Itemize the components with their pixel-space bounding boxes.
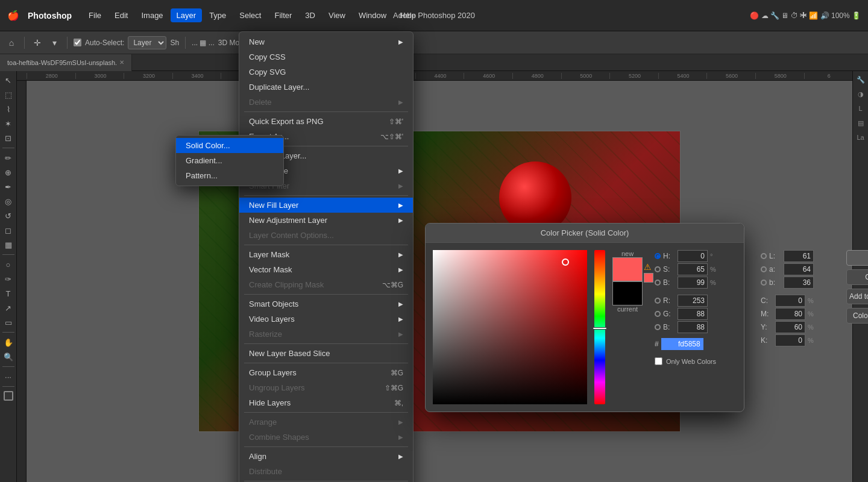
c-input[interactable] bbox=[775, 295, 805, 307]
menu-item-layer-mask[interactable]: Layer Mask ▶ bbox=[239, 247, 413, 262]
hex-field-row: # bbox=[655, 338, 751, 350]
fill-layer-submenu[interactable]: Solid Color... Gradient... Pattern... bbox=[175, 135, 284, 186]
eyedropper-icon[interactable]: ✏ bbox=[2, 151, 15, 164]
magic-wand-icon[interactable]: ✶ bbox=[2, 117, 15, 130]
l-input[interactable] bbox=[784, 250, 814, 262]
hand-tool-icon[interactable]: ✋ bbox=[2, 336, 15, 349]
ok-button[interactable]: OK bbox=[846, 250, 868, 266]
layer-menu-dropdown[interactable]: New ▶ Copy CSS Copy SVG Duplicate Layer.… bbox=[239, 31, 414, 482]
g-radio[interactable] bbox=[655, 311, 661, 317]
menu-item-align[interactable]: Align ▶ bbox=[239, 449, 413, 464]
selection-tool-icon[interactable]: ↖ bbox=[2, 74, 15, 87]
autoselect-checkbox[interactable] bbox=[74, 39, 81, 46]
menu-item-group-layers[interactable]: Group Layers ⌘G bbox=[239, 365, 413, 380]
r-radio[interactable] bbox=[655, 298, 661, 304]
menu-item-new-adjustment[interactable]: New Adjustment Layer ▶ bbox=[239, 213, 413, 228]
dodge-tool-icon[interactable]: ○ bbox=[2, 258, 15, 271]
new-color-swatch[interactable] bbox=[612, 257, 643, 281]
only-web-colors-checkbox[interactable] bbox=[655, 357, 662, 365]
k-input[interactable] bbox=[775, 334, 805, 346]
move-tool-icon[interactable]: ✛ bbox=[31, 36, 44, 49]
layers-panel-icon[interactable]: ▤ bbox=[855, 117, 867, 129]
menu-type[interactable]: Type bbox=[203, 8, 232, 22]
g-input[interactable] bbox=[678, 308, 708, 320]
menu-item-duplicate[interactable]: Duplicate Layer... bbox=[239, 80, 413, 95]
properties-panel-icon[interactable]: 🔧 bbox=[855, 74, 867, 86]
pen-tool-icon[interactable]: ✑ bbox=[2, 272, 15, 286]
m-input[interactable] bbox=[775, 308, 805, 320]
color-gradient-picker[interactable] bbox=[433, 250, 587, 404]
r-input[interactable] bbox=[678, 295, 708, 307]
submenu-pattern[interactable]: Pattern... bbox=[176, 168, 283, 183]
submenu-gradient[interactable]: Gradient... bbox=[176, 153, 283, 168]
menu-item-smart-objects[interactable]: Smart Objects ▶ bbox=[239, 296, 413, 311]
foreground-color-icon[interactable] bbox=[4, 391, 13, 401]
y-input[interactable] bbox=[775, 321, 805, 333]
more-tools-icon[interactable]: ··· bbox=[2, 370, 15, 383]
menu-image[interactable]: Image bbox=[135, 8, 169, 22]
hue-slider[interactable] bbox=[594, 250, 605, 404]
type-tool-icon[interactable]: T bbox=[2, 287, 15, 300]
b2-radio[interactable] bbox=[761, 280, 767, 286]
color-libraries-button[interactable]: Color Libraries bbox=[846, 308, 868, 324]
tab-close-button[interactable]: ✕ bbox=[119, 59, 124, 66]
b2-input[interactable] bbox=[784, 277, 814, 289]
menu-item-new[interactable]: New ▶ bbox=[239, 34, 413, 49]
home-icon[interactable]: ⌂ bbox=[5, 36, 18, 49]
menu-item-copy-css[interactable]: Copy CSS bbox=[239, 49, 413, 64]
hex-input[interactable] bbox=[661, 338, 703, 350]
bv-radio[interactable] bbox=[655, 324, 661, 330]
menu-item-copy-svg[interactable]: Copy SVG bbox=[239, 64, 413, 80]
crop-tool-icon[interactable]: ⊡ bbox=[2, 131, 15, 145]
menu-item-new-fill-layer[interactable]: New Fill Layer ▶ bbox=[239, 198, 413, 213]
h-input[interactable] bbox=[678, 250, 708, 262]
eraser-tool-icon[interactable]: ◻ bbox=[2, 224, 15, 237]
a-radio[interactable] bbox=[761, 266, 767, 272]
a-input[interactable] bbox=[784, 263, 814, 275]
b-radio[interactable] bbox=[655, 280, 661, 286]
s-radio[interactable] bbox=[655, 266, 661, 272]
healing-brush-icon[interactable]: ⊕ bbox=[2, 166, 15, 179]
gradient-tool-icon[interactable]: ▦ bbox=[2, 238, 15, 251]
cancel-button[interactable]: Cancel bbox=[846, 269, 868, 285]
menu-item-video-layers[interactable]: Video Layers ▶ bbox=[239, 311, 413, 327]
shortcut: ⇧⌘G bbox=[385, 384, 403, 392]
color-picker-dialog[interactable]: Color Picker (Solid Color) new ⚠ bbox=[425, 223, 744, 412]
channels-panel-icon[interactable]: La bbox=[855, 131, 867, 143]
h-radio[interactable] bbox=[655, 253, 661, 259]
path-select-icon[interactable]: ↗ bbox=[2, 301, 15, 315]
menu-layer[interactable]: Layer bbox=[171, 8, 203, 22]
menu-filter[interactable]: Filter bbox=[268, 8, 298, 22]
menu-window[interactable]: Window bbox=[353, 8, 392, 22]
menu-item-new-layer-based-slice[interactable]: New Layer Based Slice bbox=[239, 346, 413, 361]
adjustments-panel-icon[interactable]: ◑ bbox=[855, 88, 867, 100]
shape-tool-icon[interactable]: ▭ bbox=[2, 316, 15, 329]
submenu-solid-color[interactable]: Solid Color... bbox=[176, 138, 283, 153]
add-to-swatches-button[interactable]: Add to Swatches bbox=[846, 289, 868, 304]
menu-item-vector-mask[interactable]: Vector Mask ▶ bbox=[239, 262, 413, 277]
menu-file[interactable]: File bbox=[83, 8, 107, 22]
menu-item-hide-layers[interactable]: Hide Layers ⌘, bbox=[239, 395, 413, 410]
apple-menu[interactable]: 🍎 bbox=[7, 10, 19, 21]
current-color-swatch[interactable] bbox=[612, 281, 643, 305]
s-input[interactable] bbox=[678, 263, 708, 275]
autoselect-select[interactable]: Layer Group bbox=[128, 36, 166, 49]
b2-label: b: bbox=[769, 278, 781, 287]
menu-view[interactable]: View bbox=[322, 8, 351, 22]
file-tab[interactable]: toa-heftiba-WsDF95mSUsI-unsplash. ✕ bbox=[0, 54, 132, 71]
menu-item-quick-export[interactable]: Quick Export as PNG ⇧⌘' bbox=[239, 114, 413, 129]
expand-icon[interactable]: ▾ bbox=[48, 36, 61, 49]
marquee-tool-icon[interactable]: ⬚ bbox=[2, 88, 15, 101]
bv-input[interactable] bbox=[678, 321, 708, 333]
lasso-tool-icon[interactable]: ⌇ bbox=[2, 102, 15, 116]
zoom-tool-icon[interactable]: 🔍 bbox=[2, 350, 15, 363]
history-brush-icon[interactable]: ↺ bbox=[2, 209, 15, 222]
menu-select[interactable]: Select bbox=[233, 8, 267, 22]
stamp-tool-icon[interactable]: ◎ bbox=[2, 195, 15, 208]
menu-3d[interactable]: 3D bbox=[299, 8, 321, 22]
menu-edit[interactable]: Edit bbox=[108, 8, 134, 22]
l-radio[interactable] bbox=[761, 253, 767, 259]
b-input[interactable] bbox=[678, 277, 708, 289]
libraries-panel-icon[interactable]: L bbox=[855, 102, 867, 114]
brush-tool-icon[interactable]: ✒ bbox=[2, 180, 15, 193]
